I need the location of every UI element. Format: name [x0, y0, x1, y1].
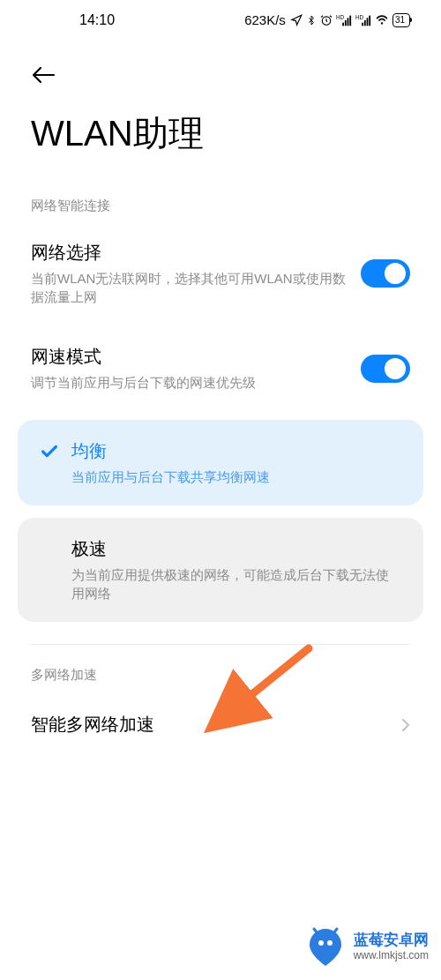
alarm-icon	[320, 14, 333, 26]
setting-title: 网络选择	[31, 241, 348, 265]
nav-smart-multinetwork[interactable]: 智能多网络加速	[0, 691, 441, 759]
divider	[31, 644, 410, 645]
location-icon	[290, 14, 303, 26]
watermark: 蓝莓安卓网 www.lmkjst.com	[304, 925, 429, 968]
status-bar: 14:10 623K/s HD HD 31	[0, 0, 441, 40]
battery-icon: 31	[392, 13, 410, 27]
svg-text:HD: HD	[355, 14, 364, 20]
toggle-network-select[interactable]	[361, 259, 410, 288]
svg-point-14	[327, 940, 333, 946]
option-content: 极速 为当前应用提供极速的网络，可能造成后台下载无法使用网络	[71, 537, 401, 602]
status-time: 14:10	[79, 12, 115, 28]
section-label-multinetwork: 多网络加速	[0, 654, 441, 691]
setting-desc: 调节当前应用与后台下载的网速优先级	[31, 373, 348, 392]
svg-rect-10	[369, 15, 370, 26]
watermark-name: 蓝莓安卓网	[354, 931, 429, 949]
option-content: 均衡 当前应用与后台下载共享均衡网速	[71, 439, 401, 486]
svg-rect-2	[342, 22, 344, 26]
setting-desc: 当前WLAN无法联网时，选择其他可用WLAN或使用数据流量上网	[31, 269, 348, 306]
svg-rect-3	[345, 20, 347, 26]
option-balanced[interactable]: 均衡 当前应用与后台下载共享均衡网速	[18, 420, 423, 505]
page-title: WLAN助理	[0, 101, 441, 184]
setting-title: 网速模式	[31, 345, 348, 369]
bluetooth-icon	[306, 14, 317, 26]
back-arrow-icon	[31, 66, 56, 84]
toggle-speed-mode[interactable]	[361, 355, 410, 383]
option-title: 均衡	[71, 439, 401, 463]
section-label-network: 网络智能连接	[0, 184, 441, 221]
setting-speed-mode[interactable]: 网速模式 调节当前应用与后台下载的网速优先级	[0, 325, 441, 411]
check-icon	[40, 442, 59, 461]
svg-point-13	[318, 940, 324, 946]
svg-rect-5	[349, 15, 351, 26]
signal-icon-2: HD	[355, 14, 371, 26]
chevron-right-icon	[401, 718, 410, 732]
svg-text:HD: HD	[336, 14, 345, 20]
setting-network-select[interactable]: 网络选择 当前WLAN无法联网时，选择其他可用WLAN或使用数据流量上网	[0, 221, 441, 325]
status-icons: HD HD 31	[290, 13, 410, 27]
check-placeholder	[40, 540, 59, 559]
svg-rect-7	[362, 22, 363, 26]
back-button[interactable]	[0, 40, 441, 101]
watermark-url: www.lmkjst.com	[354, 949, 429, 961]
nav-title: 智能多网络加速	[31, 713, 154, 737]
setting-text: 网速模式 调节当前应用与后台下载的网速优先级	[31, 345, 361, 392]
svg-rect-8	[364, 20, 366, 26]
option-desc: 为当前应用提供极速的网络，可能造成后台下载无法使用网络	[71, 565, 401, 602]
watermark-logo-icon	[304, 925, 347, 968]
signal-icon-1: HD	[336, 14, 352, 26]
network-speed: 623K/s	[244, 12, 286, 27]
option-title: 极速	[71, 537, 401, 561]
svg-rect-9	[366, 18, 368, 26]
svg-line-15	[314, 929, 317, 932]
svg-line-16	[334, 929, 337, 932]
setting-text: 网络选择 当前WLAN无法联网时，选择其他可用WLAN或使用数据流量上网	[31, 241, 361, 306]
wifi-icon	[375, 14, 389, 26]
option-extreme[interactable]: 极速 为当前应用提供极速的网络，可能造成后台下载无法使用网络	[18, 518, 423, 622]
svg-rect-4	[347, 18, 348, 26]
status-right: 623K/s HD HD 31	[244, 12, 410, 27]
option-desc: 当前应用与后台下载共享均衡网速	[71, 468, 401, 486]
watermark-text: 蓝莓安卓网 www.lmkjst.com	[354, 931, 429, 962]
